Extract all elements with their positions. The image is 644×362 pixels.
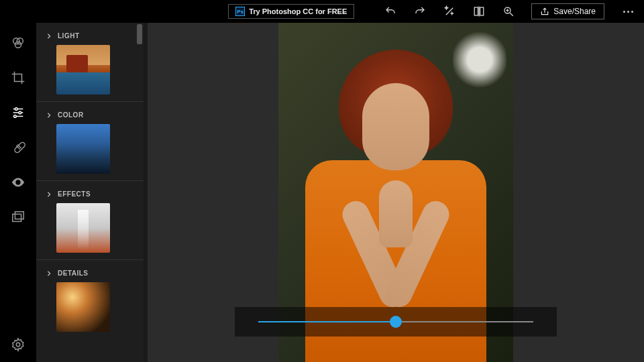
flip-button[interactable] — [472, 5, 486, 18]
top-tool-icons — [384, 5, 515, 18]
section-header-light[interactable]: LIGHT — [46, 29, 134, 40]
section-details: DETAILS — [36, 260, 144, 339]
svg-point-11 — [15, 108, 17, 111]
thumb-light[interactable] — [56, 45, 110, 95]
redo-button[interactable] — [413, 5, 427, 18]
adjustments-tool[interactable] — [10, 105, 26, 121]
promo-button[interactable]: Ps Try Photoshop CC for FREE — [228, 4, 354, 19]
svg-rect-20 — [15, 212, 23, 219]
section-header-color[interactable]: COLOR — [46, 109, 134, 119]
section-label: COLOR — [58, 111, 84, 119]
svg-point-13 — [19, 111, 21, 114]
section-label: LIGHT — [58, 32, 80, 40]
auto-enhance-button[interactable] — [443, 5, 456, 18]
undo-button[interactable] — [384, 5, 397, 18]
svg-point-15 — [14, 115, 17, 118]
heal-tool[interactable] — [10, 139, 26, 156]
slider-track[interactable] — [258, 321, 533, 322]
slider-track-active — [258, 321, 396, 322]
chevron-right-icon — [46, 191, 52, 198]
top-bar: Ps Try Photoshop CC for FREE Save/Share — [0, 0, 644, 23]
section-color: COLOR — [36, 102, 144, 181]
chevron-right-icon — [46, 33, 52, 40]
settings-button[interactable] — [10, 337, 26, 353]
adjustments-panel: LIGHT COLOR EFFECTS — [36, 23, 144, 362]
layers-tool[interactable] — [10, 209, 26, 225]
svg-rect-0 — [475, 7, 478, 15]
save-share-button[interactable]: Save/Share — [531, 3, 604, 19]
scrollbar-thumb[interactable] — [137, 24, 142, 44]
section-label: DETAILS — [58, 269, 89, 277]
svg-point-8 — [17, 38, 23, 44]
dot-icon — [623, 11, 625, 13]
adjustment-slider-overlay — [235, 307, 557, 337]
dot-icon — [631, 11, 633, 13]
svg-point-9 — [15, 42, 21, 48]
photoshop-icon: Ps — [235, 7, 245, 16]
svg-point-21 — [16, 343, 20, 347]
svg-rect-1 — [480, 7, 484, 15]
svg-rect-16 — [14, 141, 25, 154]
thumb-details[interactable] — [56, 282, 110, 332]
thumb-color[interactable] — [56, 124, 110, 174]
share-icon — [540, 7, 549, 16]
save-share-label: Save/Share — [553, 7, 596, 16]
looks-tool[interactable] — [10, 35, 26, 51]
more-menu-button[interactable] — [618, 5, 639, 18]
eye-tool[interactable] — [10, 174, 26, 190]
thumb-effects[interactable] — [56, 203, 110, 253]
left-tool-rail — [0, 23, 36, 362]
section-effects: EFFECTS — [36, 181, 144, 260]
chevron-right-icon — [46, 270, 52, 277]
crop-tool[interactable] — [10, 70, 26, 86]
svg-rect-19 — [13, 214, 21, 221]
dot-icon — [627, 11, 629, 13]
main-area: LIGHT COLOR EFFECTS — [0, 23, 644, 362]
svg-line-4 — [511, 13, 514, 16]
slider-thumb[interactable] — [390, 316, 402, 328]
chevron-right-icon — [46, 112, 52, 119]
section-header-details[interactable]: DETAILS — [46, 267, 134, 277]
section-label: EFFECTS — [58, 190, 91, 198]
zoom-button[interactable] — [502, 5, 515, 18]
promo-label: Try Photoshop CC for FREE — [249, 7, 347, 15]
canvas-area — [148, 23, 644, 362]
section-header-effects[interactable]: EFFECTS — [46, 188, 134, 198]
section-light: LIGHT — [36, 23, 144, 102]
